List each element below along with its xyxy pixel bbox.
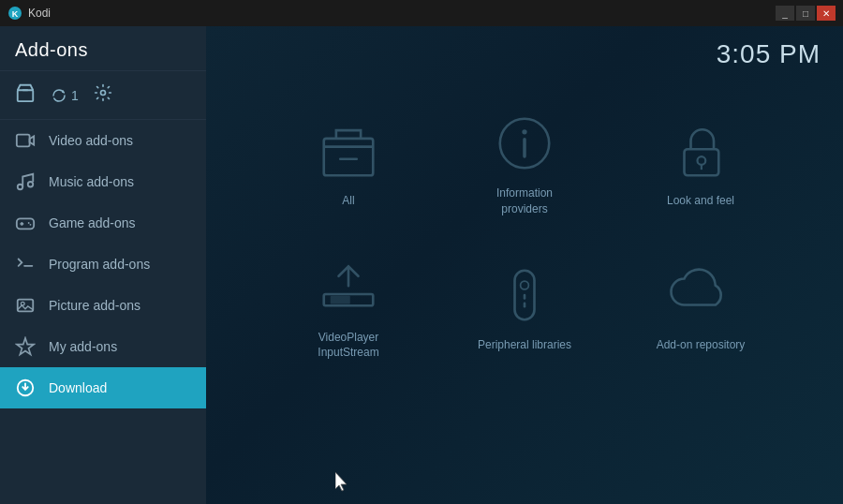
- svg-point-4: [100, 91, 105, 96]
- game-label: Game add-ons: [49, 215, 136, 230]
- all-label: All: [342, 193, 354, 209]
- content-area: 3:05 PM All Informationproviders: [206, 26, 843, 504]
- svg-point-7: [28, 182, 34, 187]
- mouse-cursor: [335, 472, 352, 493]
- music-icon: [15, 171, 36, 192]
- page-title: Add-ons: [15, 39, 88, 60]
- window-title: Kodi: [28, 7, 770, 20]
- info-circle-icon: [492, 111, 557, 176]
- download-icon: [15, 378, 36, 398]
- picture-label: Picture add-ons: [49, 298, 140, 313]
- grid-item-look[interactable]: Look and feel: [614, 92, 787, 232]
- padlock-icon: [668, 118, 733, 184]
- sidebar-item-myadons[interactable]: My add-ons: [0, 326, 206, 367]
- svg-point-12: [30, 224, 32, 226]
- svg-point-21: [698, 157, 706, 166]
- sidebar-item-video[interactable]: Video add-ons: [0, 120, 206, 161]
- window-controls: _ □ ✕: [776, 6, 836, 21]
- picture-icon: [15, 295, 36, 316]
- update-count: 1: [71, 88, 79, 103]
- game-icon: [15, 213, 36, 233]
- grid-item-videoplayer[interactable]: VideoPlayerInputStream: [262, 236, 435, 377]
- sidebar-item-picture[interactable]: Picture add-ons: [0, 285, 206, 326]
- program-label: Program add-ons: [49, 257, 150, 272]
- videoplayer-label: VideoPlayerInputStream: [318, 330, 378, 362]
- sidebar: Add-ons 1: [0, 26, 206, 504]
- svg-rect-16: [324, 139, 374, 175]
- title-bar: K Kodi _ □ ✕: [0, 0, 843, 26]
- close-button[interactable]: ✕: [817, 6, 836, 21]
- clock: 3:05 PM: [717, 39, 821, 69]
- install-icon[interactable]: [15, 82, 36, 108]
- cloud-icon: [668, 262, 733, 328]
- svg-rect-25: [331, 295, 350, 304]
- program-icon: [15, 254, 36, 274]
- svg-point-27: [521, 281, 529, 289]
- upload-icon: [316, 255, 381, 320]
- sidebar-item-music[interactable]: Music add-ons: [0, 161, 206, 202]
- sidebar-nav: Video add-ons Music add-ons: [0, 120, 206, 504]
- video-icon: [15, 130, 36, 151]
- svg-rect-8: [17, 218, 34, 229]
- look-label: Look and feel: [667, 193, 734, 209]
- settings-icon[interactable]: [94, 83, 112, 107]
- grid-item-all[interactable]: All: [262, 92, 435, 232]
- music-label: Music add-ons: [49, 174, 134, 189]
- svg-point-11: [28, 222, 30, 224]
- grid-item-peripheral[interactable]: Peripheral libraries: [438, 236, 611, 377]
- svg-rect-2: [18, 90, 34, 101]
- svg-rect-20: [685, 150, 719, 176]
- svg-rect-5: [17, 135, 30, 147]
- update-badge[interactable]: 1: [51, 87, 79, 104]
- peripheral-label: Peripheral libraries: [478, 337, 571, 353]
- grid-item-info[interactable]: Informationproviders: [438, 92, 611, 232]
- box-icon: [316, 118, 381, 184]
- sidebar-item-program[interactable]: Program add-ons: [0, 244, 206, 285]
- content-header: 3:05 PM: [206, 26, 843, 82]
- kodi-icon: K: [7, 6, 22, 21]
- maximize-button[interactable]: □: [796, 6, 815, 21]
- info-label: Informationproviders: [496, 185, 553, 217]
- myadons-label: My add-ons: [49, 339, 117, 354]
- video-label: Video add-ons: [49, 133, 133, 148]
- myadons-icon: [15, 336, 36, 357]
- minimize-button[interactable]: _: [776, 6, 794, 21]
- remote-icon: [492, 262, 557, 328]
- main-container: Add-ons 1: [0, 26, 843, 504]
- grid-container: All Informationproviders Look: [206, 92, 843, 376]
- repository-label: Add-on repository: [657, 337, 746, 353]
- svg-point-18: [522, 129, 526, 134]
- sidebar-header: Add-ons: [0, 26, 206, 71]
- grid-item-repository[interactable]: Add-on repository: [614, 236, 787, 377]
- svg-text:K: K: [12, 9, 19, 19]
- sidebar-item-game[interactable]: Game add-ons: [0, 202, 206, 244]
- sidebar-toolbar: 1: [0, 71, 206, 120]
- sidebar-item-download[interactable]: Download: [0, 367, 206, 408]
- download-label: Download: [49, 380, 107, 395]
